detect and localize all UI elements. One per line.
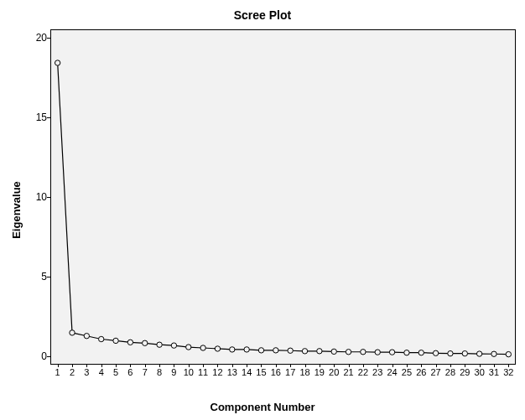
x-tick-label: 6 bbox=[127, 367, 133, 377]
plot-area bbox=[50, 29, 516, 365]
x-tick-label: 16 bbox=[271, 367, 281, 377]
x-tick-mark bbox=[334, 364, 335, 367]
x-tick-label: 24 bbox=[387, 367, 397, 377]
x-tick-label: 28 bbox=[445, 367, 455, 377]
x-tick-label: 14 bbox=[242, 367, 252, 377]
x-tick-label: 26 bbox=[416, 367, 426, 377]
x-tick-mark bbox=[217, 364, 218, 367]
x-tick-mark bbox=[407, 364, 408, 367]
x-tick-mark bbox=[203, 364, 204, 367]
x-tick-mark bbox=[276, 364, 277, 367]
x-tick-label: 29 bbox=[460, 367, 470, 377]
x-tick-label: 19 bbox=[314, 367, 325, 377]
x-tick-label: 9 bbox=[171, 367, 176, 377]
x-tick-mark bbox=[392, 364, 393, 367]
x-tick-mark bbox=[349, 364, 350, 367]
x-tick-label: 18 bbox=[299, 367, 309, 377]
y-tick-mark bbox=[47, 38, 50, 39]
x-tick-mark bbox=[261, 364, 262, 367]
x-tick-label: 11 bbox=[198, 367, 208, 377]
x-tick-mark bbox=[305, 364, 306, 367]
x-tick-mark bbox=[247, 364, 247, 367]
scree-plot-chart: Scree Plot Eigenvalue Component Number 0… bbox=[0, 0, 525, 420]
x-tick-label: 30 bbox=[475, 367, 485, 377]
x-tick-mark bbox=[421, 364, 422, 367]
x-tick-label: 15 bbox=[256, 367, 266, 377]
x-tick-label: 8 bbox=[157, 367, 162, 377]
x-tick-label: 25 bbox=[402, 367, 412, 377]
chart-title: Scree Plot bbox=[0, 8, 525, 22]
x-tick-mark bbox=[86, 364, 87, 367]
y-axis-label: Eigenvalue bbox=[8, 0, 23, 420]
y-tick-label: 0 bbox=[25, 350, 47, 362]
x-tick-mark bbox=[494, 364, 495, 367]
y-tick-mark bbox=[47, 197, 50, 198]
x-tick-label: 17 bbox=[285, 367, 295, 377]
x-tick-mark bbox=[101, 364, 102, 367]
x-tick-mark bbox=[72, 364, 73, 367]
x-tick-mark bbox=[363, 364, 364, 367]
x-tick-mark bbox=[232, 364, 233, 367]
x-tick-mark bbox=[130, 364, 131, 367]
x-tick-label: 27 bbox=[430, 367, 440, 377]
x-tick-mark bbox=[436, 364, 437, 367]
x-tick-label: 10 bbox=[184, 367, 194, 377]
x-tick-label: 20 bbox=[329, 367, 339, 377]
x-tick-label: 32 bbox=[503, 367, 513, 377]
x-tick-mark bbox=[159, 364, 160, 367]
x-tick-label: 12 bbox=[212, 367, 222, 377]
x-tick-mark bbox=[465, 364, 465, 367]
x-tick-label: 22 bbox=[358, 367, 368, 377]
y-tick-label: 10 bbox=[25, 191, 47, 203]
y-tick-mark bbox=[47, 277, 50, 277]
y-tick-label: 15 bbox=[25, 111, 47, 123]
x-tick-mark bbox=[377, 364, 378, 367]
x-tick-label: 5 bbox=[113, 367, 118, 377]
y-tick-label: 20 bbox=[25, 32, 47, 44]
x-tick-label: 4 bbox=[99, 367, 104, 377]
x-tick-label: 1 bbox=[55, 367, 60, 377]
x-tick-label: 23 bbox=[372, 367, 382, 377]
x-tick-mark bbox=[145, 364, 146, 367]
y-tick-mark bbox=[47, 356, 50, 357]
x-tick-label: 31 bbox=[489, 367, 499, 377]
x-tick-mark bbox=[189, 364, 190, 367]
x-tick-label: 3 bbox=[84, 367, 89, 377]
y-tick-mark bbox=[47, 117, 50, 118]
x-tick-mark bbox=[290, 364, 291, 367]
x-tick-mark bbox=[480, 364, 481, 367]
x-axis-label: Component Number bbox=[0, 401, 525, 413]
x-tick-mark bbox=[450, 364, 451, 367]
x-tick-label: 2 bbox=[70, 367, 75, 377]
x-tick-mark bbox=[116, 364, 117, 367]
x-tick-label: 13 bbox=[227, 367, 237, 377]
y-tick-label: 5 bbox=[25, 271, 47, 283]
x-tick-mark bbox=[174, 364, 174, 367]
x-tick-label: 7 bbox=[143, 367, 148, 377]
x-tick-mark bbox=[320, 364, 320, 367]
x-tick-label: 21 bbox=[343, 367, 353, 377]
x-tick-mark bbox=[508, 364, 509, 367]
x-tick-mark bbox=[58, 364, 59, 367]
